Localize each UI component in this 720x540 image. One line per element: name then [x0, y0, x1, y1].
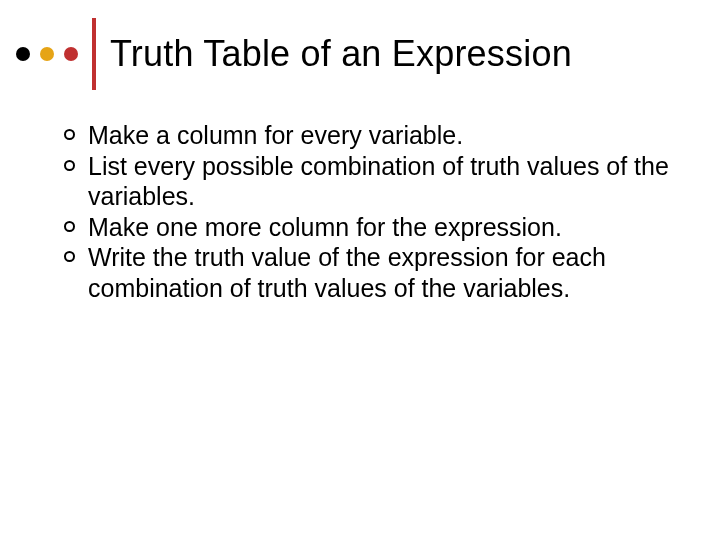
vertical-divider	[92, 18, 96, 90]
list-item: Make one more column for the expression.	[60, 212, 672, 243]
list-item: Make a column for every variable.	[60, 120, 672, 151]
slide-title: Truth Table of an Expression	[110, 34, 572, 74]
dot-icon	[16, 47, 30, 61]
slide: Truth Table of an Expression Make a colu…	[0, 0, 720, 540]
slide-header: Truth Table of an Expression	[12, 18, 708, 90]
dot-icon	[64, 47, 78, 61]
dot-icon	[40, 47, 54, 61]
list-item: Write the truth value of the expression …	[60, 242, 672, 303]
list-item: List every possible combination of truth…	[60, 151, 672, 212]
header-dots	[12, 47, 78, 61]
bullet-list: Make a column for every variable. List e…	[60, 120, 672, 303]
slide-body: Make a column for every variable. List e…	[60, 120, 672, 303]
